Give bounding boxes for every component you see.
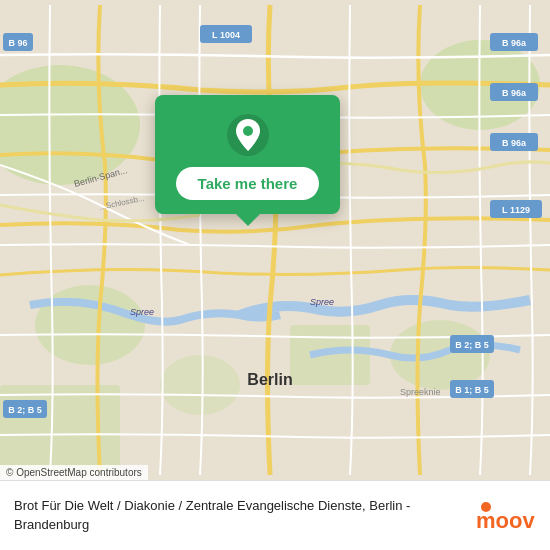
svg-text:moovit: moovit <box>476 508 536 532</box>
map-attribution: © OpenStreetMap contributors <box>0 465 148 480</box>
svg-text:B 96: B 96 <box>8 38 27 48</box>
location-name: Brot Für Die Welt / Diakonie / Zentrale … <box>14 497 476 533</box>
svg-text:B 2; B 5: B 2; B 5 <box>8 405 42 415</box>
svg-text:B 96a: B 96a <box>502 38 527 48</box>
svg-rect-6 <box>0 385 120 475</box>
svg-text:Spree: Spree <box>310 297 334 307</box>
svg-text:Spree: Spree <box>130 307 154 317</box>
take-me-there-button[interactable]: Take me there <box>176 167 320 200</box>
moovit-logo-svg: moovit <box>476 500 536 532</box>
svg-text:L 1004: L 1004 <box>212 30 240 40</box>
svg-point-33 <box>243 126 253 136</box>
location-popup: Take me there <box>155 95 340 214</box>
bottom-info-bar: Brot Für Die Welt / Diakonie / Zentrale … <box>0 480 550 550</box>
svg-text:L 1129: L 1129 <box>502 205 530 215</box>
location-pin-icon <box>226 113 270 157</box>
svg-text:B 1; B 5: B 1; B 5 <box>455 385 489 395</box>
app-container: B 96a B 96a B 96a B 96 L 1004 L 1129 B 2… <box>0 0 550 550</box>
map-background: B 96a B 96a B 96a B 96 L 1004 L 1129 B 2… <box>0 0 550 480</box>
svg-point-7 <box>160 355 240 415</box>
svg-text:B 96a: B 96a <box>502 88 527 98</box>
svg-text:Berlin: Berlin <box>247 371 292 388</box>
moovit-logo: moovit <box>476 500 536 532</box>
map-area: B 96a B 96a B 96a B 96 L 1004 L 1129 B 2… <box>0 0 550 480</box>
svg-text:B 2; B 5: B 2; B 5 <box>455 340 489 350</box>
svg-text:B 96a: B 96a <box>502 138 527 148</box>
svg-text:Spreeknie: Spreeknie <box>400 387 441 397</box>
svg-rect-4 <box>290 325 370 385</box>
